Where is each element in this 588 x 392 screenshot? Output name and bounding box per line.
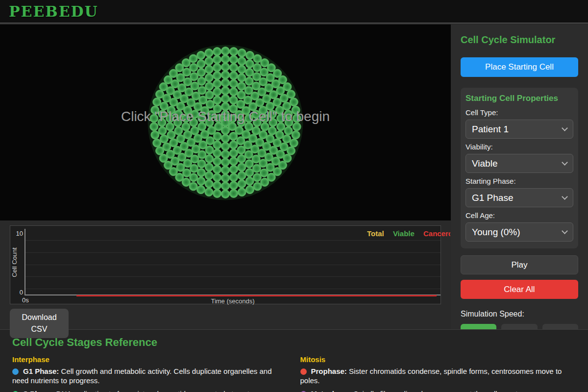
cell-age-label: Cell Age: [466,211,573,220]
cell-type-label: Cell Type: [466,108,573,117]
metaphase-text: Spindle fibers align chromosomes at the … [353,390,526,392]
g1-phase-item: G1 Phase: Cell growth and metabolic acti… [12,367,288,386]
viability-select[interactable]: Viable [466,154,573,173]
gridline-2 [25,289,441,289]
starting-cell-properties-panel: Starting Cell Properties Cell Type: Pati… [461,88,578,248]
cancerous-series-line [76,295,437,296]
metaphase-name: Metaphase: [311,390,352,392]
place-starting-cell-button[interactable]: Place Starting Cell [461,57,578,77]
starting-phase-select[interactable]: G1 Phase [466,188,573,207]
app-logo: PEEBEDU [9,3,98,20]
interphase-heading: Interphase [12,355,288,364]
y-tick-0: 0 [10,289,23,296]
prophase-dot-icon [300,368,307,375]
s-phase-name: S Phase: [23,390,54,392]
prophase-name: Prophase: [311,367,347,375]
gridline-6 [25,265,441,265]
s-phase-text: DNA replication to form sister chromatid… [56,390,279,392]
viability-label: Viability: [466,143,573,151]
reference-title: Cell Cycle Stages Reference [12,336,576,349]
download-csv-button[interactable]: Download CSV [10,309,69,338]
mitosis-heading: Mitosis [300,355,576,364]
viability-value: Viable [472,158,497,169]
simulation-speed-label: Simulation Speed: [461,310,578,318]
starting-phase-label: Starting Phase: [466,177,573,185]
s-phase-item: S Phase: DNA replication to form sister … [12,390,288,392]
gridline-10 [25,240,441,241]
chart-legend: Total Viable Cancerous [367,229,450,238]
simulation-canvas[interactable]: Click "Place Starting Cell" to begin [0,24,451,220]
clear-all-button[interactable]: Clear All [461,280,578,299]
mitosis-column: Mitosis Prophase: Sister chromatids cond… [300,355,576,392]
cell-type-value: Patient 1 [472,124,509,135]
y-axis-label: Cell Count [11,243,18,282]
play-button[interactable]: Play [461,255,578,274]
gridline-4 [25,276,441,277]
legend-total: Total [367,229,384,238]
interphase-column: Interphase G1 Phase: Cell growth and met… [12,355,288,392]
top-bar: PEEBEDU [0,0,588,24]
prophase-item: Prophase: Sister chromatids condense, sp… [300,367,576,386]
metaphase-item: Metaphase: Spindle fibers align chromoso… [300,390,576,392]
g1-phase-name: G1 Phase: [23,367,59,375]
chevron-down-icon [562,228,568,234]
plot-area [25,233,441,294]
x-axis-label: Time (seconds) [25,297,441,305]
chevron-down-icon [562,125,568,131]
chevron-down-icon [562,159,568,166]
y-axis-line [24,229,25,295]
legend-viable: Viable [393,229,415,238]
chevron-down-icon [562,194,568,200]
legend-cancerous: Cancerous [423,229,450,238]
cell-age-select[interactable]: Young (0%) [466,222,573,242]
y-tick-10: 10 [10,230,23,237]
starting-phase-value: G1 Phase [472,193,514,203]
g1-phase-dot-icon [12,368,19,375]
sidebar-title: Cell Cycle Simulator [461,34,578,46]
cell-age-value: Young (0%) [472,227,520,238]
gridline-8 [25,252,441,253]
cell-type-select[interactable]: Patient 1 [466,120,573,139]
cell-count-chart: Cell Count 10 0 0s Time (seconds) Total … [10,225,441,304]
cell-cycle-reference-section: Cell Cycle Stages Reference Interphase G… [0,329,588,392]
properties-title: Starting Cell Properties [466,94,573,103]
canvas-hint-text: Click "Place Starting Cell" to begin [0,109,451,124]
